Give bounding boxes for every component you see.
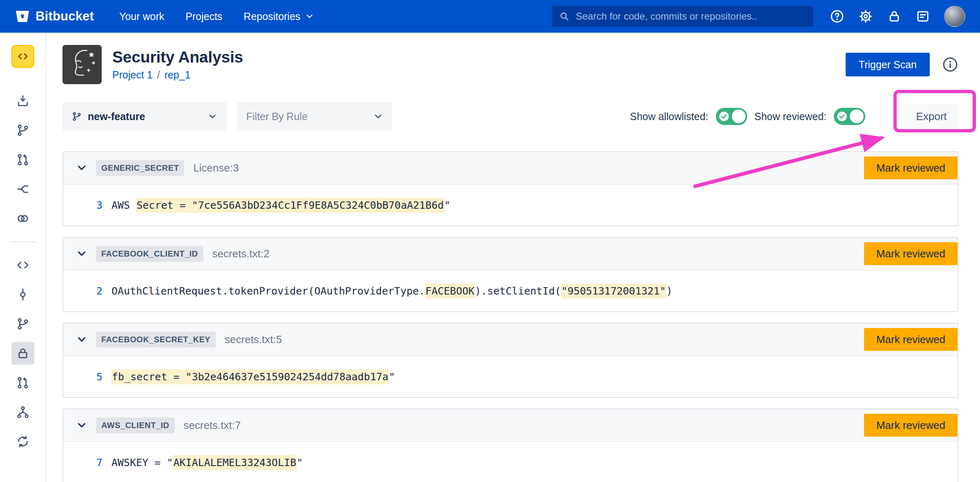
bitbucket-app: Bitbucket Your work Projects Repositorie… [0,0,980,482]
branch-icon [71,111,82,122]
finding-location: secrets.txt:2 [212,248,270,260]
show-allowlisted-toggle[interactable] [716,108,747,125]
code-segment: " [389,371,395,383]
top-navbar: Bitbucket Your work Projects Repositorie… [0,0,980,33]
finding-card: GENERIC_SECRET License:3 Mark reviewed 3… [62,151,958,226]
bitbucket-logo[interactable]: Bitbucket [15,9,94,24]
mark-reviewed-button[interactable]: Mark reviewed [864,414,958,437]
security-icon[interactable] [11,342,34,365]
chevron-down-icon [305,11,314,21]
breadcrumb: Project 1 / rep_1 [112,69,243,81]
repo-image [62,45,102,84]
lock-icon[interactable] [887,9,902,24]
breadcrumb-separator: / [157,69,160,81]
finding-header: FACEBOOK_CLIENT_ID secrets.txt:2 Mark re… [63,238,958,270]
finding-header: GENERIC_SECRET License:3 Mark reviewed [63,152,958,185]
finding-header: FACEBOOK_SECRET_KEY secrets.txt:5 Mark r… [63,324,958,356]
chevron-down-icon [207,111,218,122]
nav-repositories-label: Repositories [244,11,301,22]
finding-body: 5 fb_secret = "3b2e464637e5159024254dd78… [63,356,958,397]
repo-avatar[interactable] [11,45,34,68]
line-number: 5 [89,371,102,383]
code-segment: ).setClientId( [475,285,561,297]
commits-icon[interactable] [11,283,34,306]
collapse-chevron-icon[interactable] [76,162,88,174]
code-brackets-icon [16,49,30,63]
code-line: OAuthClientRequest.tokenProvider(OAuthPr… [111,285,673,297]
branch-icon[interactable] [11,312,34,335]
nav-repositories[interactable]: Repositories [244,11,314,22]
code-segment: AWS [111,199,136,211]
rule-filter-dropdown[interactable]: Filter By Rule [237,102,392,131]
bitbucket-mark-icon [15,9,30,24]
info-icon[interactable] [942,56,958,73]
nav-projects[interactable]: Projects [185,11,222,22]
rule-badge: FACEBOOK_CLIENT_ID [96,246,203,262]
pipelines-icon[interactable] [11,178,34,201]
check-icon [718,111,730,122]
toggle-knob [850,109,864,123]
code-segment: AWSKEY = " [111,457,173,469]
show-reviewed-toggle[interactable] [834,108,865,125]
global-search[interactable] [552,6,813,27]
sync-icon[interactable] [11,430,34,453]
filter-toggles: Show allowlisted: Show reviewed: [630,104,958,129]
feedback-icon[interactable] [915,9,930,24]
code-line: AWSKEY = "AKIALALEMEL33243OLIB" [111,457,303,469]
gear-icon[interactable] [858,9,873,24]
user-avatar[interactable] [944,6,965,27]
breadcrumb-project[interactable]: Project 1 [112,69,153,81]
brand-name: Bitbucket [36,9,94,24]
branch-selector-value: new-feature [88,111,201,123]
line-number: 2 [89,285,102,297]
finding-location: secrets.txt:5 [225,333,282,346]
secret-highlight: FACEBOOK [425,283,475,299]
mark-reviewed-button[interactable]: Mark reviewed [864,242,958,265]
secret-highlight: "950513172001321" [561,283,666,299]
nav-your-work[interactable]: Your work [119,11,164,22]
code-line: fb_secret = "3b2e464637e5159024254dd78aa… [111,371,395,383]
forks-icon[interactable] [11,401,34,424]
trigger-scan-button[interactable]: Trigger Scan [846,53,930,76]
search-icon [559,11,570,22]
branches-icon[interactable] [11,119,34,142]
show-allowlisted-label: Show allowlisted: [630,111,708,123]
source-icon[interactable] [11,254,34,277]
navbar-actions [830,6,965,27]
code-segment: " [297,457,303,469]
deployments-icon[interactable] [11,207,34,230]
findings-list: GENERIC_SECRET License:3 Mark reviewed 3… [62,151,958,482]
branch-selector-dropdown[interactable]: new-feature [62,102,227,131]
main-content: Security Analysis Project 1 / rep_1 Trig… [46,33,980,482]
export-button[interactable]: Export [904,104,958,129]
left-sidebar [0,33,46,482]
code-segment: ) [666,285,673,297]
pull-request-icon[interactable] [11,371,34,394]
pull-requests-icon[interactable] [11,148,34,171]
mark-reviewed-button[interactable]: Mark reviewed [864,328,958,351]
search-input[interactable] [575,10,807,22]
line-number: 7 [89,457,102,469]
finding-card: FACEBOOK_SECRET_KEY secrets.txt:5 Mark r… [62,323,958,398]
secret-highlight: AKIALALEMEL33243OLIB [173,455,297,470]
rule-badge: FACEBOOK_SECRET_KEY [96,332,216,348]
page-title: Security Analysis [112,48,243,66]
code-segment: OAuthClientRequest.tokenProvider(OAuthPr… [111,285,425,297]
collapse-chevron-icon[interactable] [76,333,88,346]
mark-reviewed-button[interactable]: Mark reviewed [864,156,958,179]
check-icon [836,111,848,122]
secret-highlight: fb_secret = "3b2e464637e5159024254dd78aa… [111,369,389,384]
sidebar-divider [10,241,36,242]
finding-location: secrets.txt:7 [184,419,241,432]
collapse-chevron-icon[interactable] [76,419,88,431]
collapse-chevron-icon[interactable] [76,248,88,260]
sidebar-icons [10,89,36,453]
checkout-icon[interactable] [11,89,34,112]
code-line: AWS Secret = "7ce556A3bD234Cc1Ff9E8A5C32… [111,199,450,211]
breadcrumb-repo[interactable]: rep_1 [165,69,191,81]
help-icon[interactable] [830,9,844,24]
show-reviewed-label: Show reviewed: [755,111,826,123]
rule-badge: GENERIC_SECRET [96,160,184,176]
toggle-knob [732,109,746,123]
filter-row: new-feature Filter By Rule Show allowlis… [62,102,958,131]
